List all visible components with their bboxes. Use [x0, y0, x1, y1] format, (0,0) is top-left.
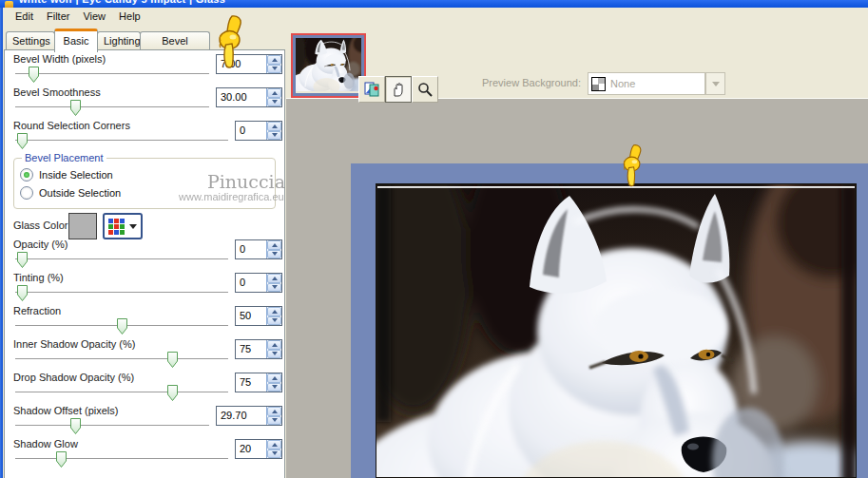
slider-thumb[interactable] — [17, 133, 28, 149]
combobox-dropdown-button[interactable] — [705, 72, 725, 95]
spin-down-button[interactable] — [267, 383, 281, 392]
slider-shadow-offset[interactable] — [15, 420, 209, 432]
spinbox-value[interactable]: 0 — [236, 122, 266, 140]
spin-up-button[interactable] — [267, 240, 281, 250]
tab-basic[interactable]: Basic — [54, 29, 98, 52]
slider-bevel-width[interactable] — [15, 68, 209, 81]
spinbox-shadow-glow[interactable]: 20 — [235, 439, 282, 459]
spinbox-value[interactable]: 50 — [236, 307, 266, 325]
spin-down-button[interactable] — [267, 65, 281, 74]
spinbox-drop-shadow[interactable]: 75 — [235, 373, 282, 392]
group-title: Bevel Placement — [22, 152, 106, 163]
slider-thumb[interactable] — [17, 252, 28, 268]
slider-thumb[interactable] — [29, 67, 39, 83]
slider-thumb[interactable] — [117, 318, 127, 335]
slider-label-tinting: Tinting (%) — [13, 272, 64, 283]
slider-thumb[interactable] — [167, 352, 178, 368]
spin-up-button[interactable] — [267, 407, 281, 416]
spin-down-button[interactable] — [267, 98, 281, 107]
slider-label-opacity: Opacity (%) — [13, 239, 68, 250]
spinbox-value[interactable]: 30.00 — [217, 88, 266, 106]
slider-thumb[interactable] — [56, 451, 67, 468]
slider-bevel-smoothness[interactable] — [15, 102, 209, 114]
spin-up-button[interactable] — [267, 122, 281, 131]
spinbox-value[interactable]: 0 — [236, 274, 266, 292]
spin-down-button[interactable] — [267, 283, 281, 293]
spinbox-value[interactable]: 20 — [236, 440, 266, 458]
slider-thumb[interactable] — [70, 100, 81, 116]
menu-filter[interactable]: Filter — [40, 10, 76, 24]
radio-inside-selection[interactable]: Inside Selection — [20, 168, 113, 182]
spin-down-button[interactable] — [267, 250, 281, 259]
slider-opacity[interactable] — [15, 254, 228, 266]
thumbnail-border — [293, 35, 364, 96]
window-title: white wolf | Eye Candy 5 Impact | Glass — [19, 0, 225, 5]
spinbox-shadow-offset[interactable]: 29.70 — [216, 406, 282, 426]
spin-up-button[interactable] — [267, 340, 281, 350]
zoom-button[interactable] — [412, 76, 438, 103]
pan-hand-button[interactable] — [385, 76, 412, 103]
radio-button[interactable] — [20, 186, 33, 200]
spinbox-value[interactable]: 75 — [236, 373, 266, 392]
spinbox-tinting[interactable]: 0 — [235, 273, 282, 293]
tab-lighting[interactable]: Lighting — [97, 31, 141, 49]
spin-down-button[interactable] — [267, 416, 281, 426]
eye-candy-plugin-window: white wolf | Eye Candy 5 Impact | Glass … — [0, 0, 868, 478]
radio-button[interactable] — [20, 168, 33, 182]
glass-color-label: Glass Color — [13, 220, 68, 231]
color-grid-icon — [108, 219, 125, 235]
menu-help[interactable]: Help — [112, 10, 147, 24]
slider-inner-shadow[interactable] — [15, 354, 228, 366]
slider-refraction[interactable] — [15, 320, 228, 333]
spinbox-round-corners[interactable]: 0 — [235, 121, 282, 141]
tab-settings[interactable]: Settings — [6, 31, 55, 49]
spin-up-button[interactable] — [267, 88, 281, 98]
compare-preview-button[interactable] — [358, 76, 385, 103]
spin-up-button[interactable] — [267, 307, 281, 316]
spin-up-button[interactable] — [267, 274, 281, 283]
spinbox-value[interactable]: 0 — [236, 240, 266, 258]
zoom-magnifier-icon — [416, 81, 434, 98]
glass-color-swatch[interactable] — [68, 213, 97, 239]
combobox-value: None — [610, 78, 635, 89]
spin-down-button[interactable] — [267, 350, 281, 359]
spin-up-button[interactable] — [267, 440, 281, 449]
slider-thumb[interactable] — [17, 285, 28, 301]
spinbox-bevel-smoothness[interactable]: 30.00 — [216, 87, 282, 107]
radio-outside-selection[interactable]: Outside Selection — [20, 186, 121, 200]
pointer-hand-cursor — [619, 144, 646, 188]
app-icon — [5, 1, 13, 8]
spin-down-button[interactable] — [267, 131, 281, 141]
spin-up-button[interactable] — [267, 55, 281, 65]
menu-edit[interactable]: Edit — [9, 10, 40, 24]
slider-thumb[interactable] — [167, 385, 178, 401]
slider-drop-shadow[interactable] — [15, 387, 228, 399]
spinbox-inner-shadow[interactable]: 75 — [235, 339, 282, 359]
slider-thumb[interactable] — [70, 418, 81, 434]
title-bar[interactable]: white wolf | Eye Candy 5 Impact | Glass — [0, 0, 868, 8]
spin-down-button[interactable] — [267, 449, 281, 459]
spinbox-value[interactable]: 29.70 — [217, 407, 266, 425]
preview-background-combobox[interactable]: None — [588, 72, 705, 95]
window-border — [0, 8, 3, 478]
preview-image-wolf[interactable] — [376, 183, 857, 478]
spinbox-opacity[interactable]: 0 — [235, 239, 282, 259]
watermark-author: Pinuccia — [190, 171, 285, 192]
color-picker-button[interactable] — [103, 213, 143, 239]
tab-bevel-profile[interactable]: Bevel Profile — [140, 31, 210, 49]
spin-down-button[interactable] — [267, 316, 281, 326]
radio-label: Inside Selection — [39, 169, 113, 181]
spinbox-refraction[interactable]: 50 — [235, 306, 282, 326]
slider-label-round-corners: Round Selection Corners — [13, 120, 130, 131]
slider-label-shadow-offset: Shadow Offset (pixels) — [13, 405, 118, 416]
slider-label-bevel-smoothness: Bevel Smoothness — [13, 86, 101, 98]
pointer-hand-cursor — [214, 15, 246, 70]
radio-label: Outside Selection — [39, 187, 121, 199]
slider-shadow-glow[interactable] — [15, 453, 228, 466]
menu-view[interactable]: View — [76, 10, 112, 24]
spin-up-button[interactable] — [267, 373, 281, 383]
slider-round-corners[interactable] — [15, 135, 228, 147]
slider-tinting[interactable] — [15, 287, 228, 299]
spinbox-value[interactable]: 75 — [236, 340, 266, 358]
preview-thumbnail[interactable] — [291, 33, 366, 98]
